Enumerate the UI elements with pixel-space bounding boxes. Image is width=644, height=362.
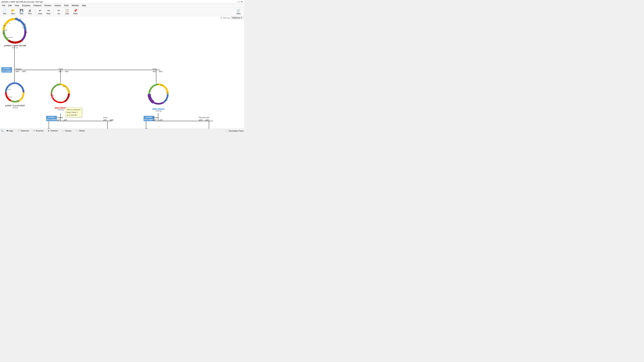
- tab-primers[interactable]: → Primers: [60, 129, 73, 132]
- tab-enzymes[interactable]: ✂ Enzymes: [32, 129, 45, 132]
- line-v-bp2-right: [209, 121, 209, 129]
- bp-count: 9237 bp: [223, 17, 230, 19]
- paste-button[interactable]: 📌 Paste: [72, 8, 80, 15]
- menu-enzymes[interactable]: Enzymes: [21, 4, 32, 7]
- svg-text:2000: 2000: [25, 32, 28, 33]
- menu-edit[interactable]: Edit: [7, 4, 13, 7]
- open-button[interactable]: 📂 Open: [9, 8, 17, 15]
- close-button[interactable]: ✕: [241, 0, 243, 3]
- entry-clone1-lower-svg[interactable]: attP1 CmR attP5 KanR: [38, 128, 60, 129]
- maximize-button[interactable]: □: [239, 0, 240, 3]
- insert-bp2-label: Flip and insert attB2 → attB5: [199, 116, 209, 121]
- description-panel-checkbox[interactable]: [226, 130, 228, 132]
- open-icon: 📂: [11, 9, 15, 12]
- menu-actions[interactable]: Actions: [53, 4, 62, 7]
- tab-sequence[interactable]: 📝 Sequence: [16, 129, 31, 132]
- dest-plasmid-svg[interactable]: ATG CmR f ori NeoR/KanR AmpR: [4, 81, 26, 103]
- sequence-icon: 📝: [17, 130, 20, 132]
- description-panel-checkbox-container[interactable]: Description Panel: [226, 130, 244, 132]
- order-label: Order: [236, 13, 241, 14]
- copy-label: Copy: [65, 13, 69, 14]
- replace-bp2-label: Replace attP5 → attP2: [152, 116, 163, 121]
- entry-clone2-svg[interactable]: GFP attL5 attL2 SEC16B KanR: [147, 82, 170, 106]
- window-controls[interactable]: ─ □ ✕: [237, 0, 243, 3]
- redo-label: Redo: [46, 13, 50, 14]
- new-icon: 📄: [3, 9, 6, 12]
- entry-clone2-link[interactable]: Entry Clone 2: [147, 108, 170, 110]
- main-area: ⚙ 9237 bp Hide/Erase ▼ 9000 1000 2000 30…: [0, 16, 244, 129]
- main-plasmid-name: pcDNA3.1 SNAP-SEC16B 9237 bp: [2, 44, 28, 49]
- svg-text:f ori: f ori: [8, 23, 10, 24]
- save-button[interactable]: 💾 Save: [18, 8, 26, 15]
- undo-button[interactable]: ↩ Undo: [36, 8, 44, 15]
- menu-window[interactable]: Window: [70, 4, 80, 7]
- order-icon: 🛒: [237, 9, 240, 12]
- svg-text:KanR: KanR: [51, 95, 54, 96]
- main-plasmid-svg[interactable]: 9000 1000 2000 3000 4000 5000 6000 SEC16…: [2, 17, 28, 44]
- features-icon: ★: [48, 130, 50, 132]
- svg-text:5000: 5000: [2, 33, 5, 34]
- menubar: File Edit View Enzymes Features Primers …: [0, 4, 244, 7]
- description-panel-label: Description Panel: [229, 130, 244, 132]
- new-label: New: [3, 13, 6, 14]
- svg-text:attB0: attB0: [59, 101, 62, 103]
- menu-view[interactable]: View: [14, 4, 20, 7]
- top-right-controls: ⚙ 9237 bp Hide/Erase ▼: [220, 16, 244, 19]
- main-line-h: [14, 70, 160, 70]
- titlebar: pcDNA3.1 SNAP-SEC16B.dna (Circular / 923…: [0, 0, 244, 4]
- undo-icon: ↩: [39, 9, 42, 12]
- main-plasmid-bp: 9237 bp: [12, 47, 18, 49]
- svg-text:9000: 9000: [16, 17, 18, 18]
- entry-clone1-svg[interactable]: SNAP attB5 attB0 KanR: [50, 82, 72, 105]
- tooltip-line1: Click to resurrect: [66, 108, 80, 111]
- replace-attr-label: Replace attR1 → attR2: [16, 68, 26, 73]
- paste-label: Paste: [73, 13, 78, 14]
- order-button[interactable]: 🛒 Order: [234, 8, 244, 15]
- tooltip-line2: Entry Clone 1: [66, 111, 80, 114]
- copy-icon: 📋: [65, 9, 69, 12]
- gateway-bp1-label: GATEWAYBP CLONING: [46, 116, 57, 121]
- svg-text:attB5: attB5: [68, 94, 70, 95]
- canvas-area: ⚙ 9237 bp Hide/Erase ▼ 9000 1000 2000 30…: [0, 16, 244, 129]
- svg-text:SEC16B: SEC16B: [156, 103, 160, 104]
- menu-tools[interactable]: Tools: [62, 4, 70, 7]
- svg-text:ATG: ATG: [18, 85, 21, 86]
- menu-primers[interactable]: Primers: [43, 4, 53, 7]
- search-icon: 🔍: [1, 130, 3, 132]
- cut-button[interactable]: ✂ Cut: [55, 8, 63, 15]
- tab-map[interactable]: 🗺 Map: [5, 129, 15, 132]
- tab-features[interactable]: ★ Features: [46, 129, 60, 132]
- gateway-lr-label: GATEWAYLR CLONING: [1, 67, 12, 72]
- bottomtabs: 🔍 🗺 Map 📝 Sequence ✂ Enzymes ★ Features …: [0, 129, 244, 133]
- cut-label: Cut: [57, 13, 60, 14]
- svg-text:attL5: attL5: [166, 92, 169, 93]
- menu-file[interactable]: File: [1, 4, 6, 7]
- insert-attl1-label: Insert attL1 → attL5: [59, 68, 69, 73]
- copy-button[interactable]: 📋 Copy: [63, 8, 71, 15]
- svg-text:KanR: KanR: [148, 95, 150, 97]
- undo-label: Undo: [38, 13, 42, 14]
- map-icon: 🗺: [6, 130, 8, 132]
- hide-erase-button[interactable]: Hide/Erase ▼: [231, 16, 244, 19]
- svg-text:GFP: GFP: [160, 85, 163, 86]
- history-icon: 🕐: [76, 130, 78, 132]
- insert-attl5-label: Insert attL5 → attL2: [152, 68, 163, 73]
- line-v-left: [14, 70, 14, 83]
- entry-clone2-lower-svg[interactable]: attP5 ccdb attP2 KanR CmR: [136, 128, 158, 129]
- redo-button[interactable]: ↪ Redo: [44, 8, 52, 15]
- paste-icon: 📌: [74, 9, 77, 12]
- print-button[interactable]: 🖨 Print: [26, 8, 34, 15]
- dest-plasmid-name: pcDNA™3.1/nV5-DEST 7136 bp: [2, 105, 28, 109]
- redo-icon: ↪: [47, 9, 50, 12]
- minimize-button[interactable]: ─: [237, 0, 238, 3]
- svg-text:f ori: f ori: [17, 100, 19, 101]
- svg-text:AmpR: AmpR: [4, 29, 8, 31]
- insert-bp1-label: Insert attB1 → attB5: [103, 116, 114, 121]
- new-button[interactable]: 📄 New: [1, 8, 9, 15]
- tab-history[interactable]: 🕐 History: [74, 129, 87, 132]
- menu-features[interactable]: Features: [32, 4, 42, 7]
- menu-help[interactable]: Help: [80, 4, 88, 7]
- svg-text:SNAP: SNAP: [62, 86, 66, 87]
- title-text: pcDNA3.1 SNAP-SEC16B.dna (Circular / 923…: [1, 1, 43, 3]
- svg-text:attB2: attB2: [11, 41, 14, 42]
